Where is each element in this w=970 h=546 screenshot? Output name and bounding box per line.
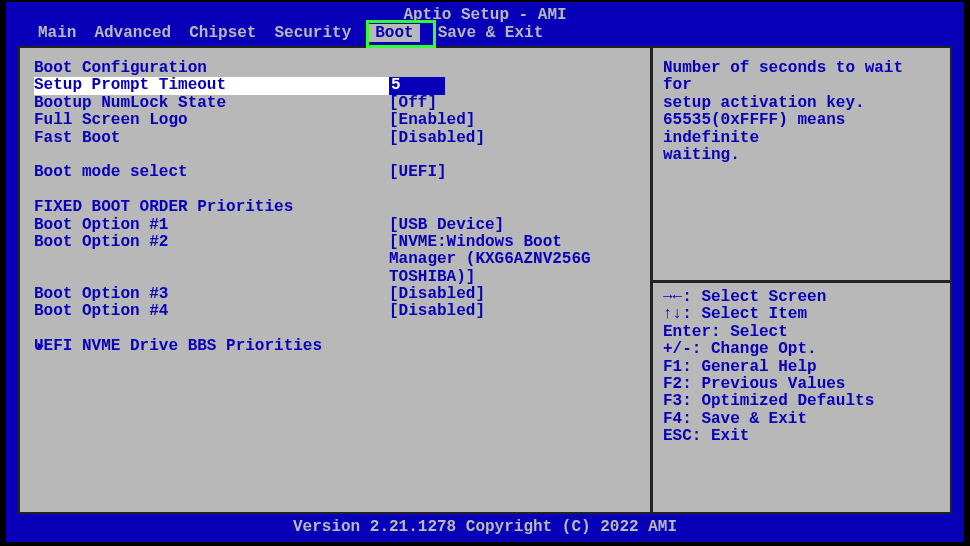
submenu-label: UEFI NVME Drive BBS Priorities [34,338,389,355]
bios-window: Aptio Setup - AMI Main Advanced Chipset … [6,2,964,542]
setting-value[interactable]: [Enabled] [389,112,636,129]
title-bar: Aptio Setup - AMI [6,2,964,22]
setting-boot-option-2[interactable]: Boot Option #2 [NVME:Windows Boot [34,234,636,251]
setting-label: Setup Prompt Timeout [34,77,389,94]
key-change-opt: +/-: Change Opt. [663,341,940,358]
setting-value[interactable]: [Disabled] [389,130,636,147]
key-enter-select: Enter: Select [663,324,940,341]
help-text: Number of seconds to wait for setup acti… [663,60,940,280]
setting-label: Boot Option #4 [34,303,389,320]
setting-value[interactable]: [NVME:Windows Boot [389,234,636,251]
submenu-arrow-icon: ▸ [36,338,46,355]
menu-bar: Main Advanced Chipset Security Boot Save… [6,22,964,46]
setting-boot-option-4[interactable]: Boot Option #4 [Disabled] [34,303,636,320]
setting-boot-mode-select[interactable]: Boot mode select [UEFI] [34,164,636,181]
setting-setup-prompt-timeout[interactable]: Setup Prompt Timeout 5 [34,77,636,94]
content-area: Boot Configuration Setup Prompt Timeout … [18,46,952,514]
key-save-exit: F4: Save & Exit [663,411,940,428]
setting-value[interactable]: [Off] [389,95,636,112]
setting-boot-option-2-cont: Manager (KXG6AZNV256G [34,251,636,268]
setting-label: Boot mode select [34,164,389,181]
setting-value[interactable]: [Disabled] [389,303,636,320]
menu-item-advanced[interactable]: Advanced [94,24,171,42]
help-pane: Number of seconds to wait for setup acti… [653,48,950,512]
settings-pane: Boot Configuration Setup Prompt Timeout … [20,48,650,512]
setting-value[interactable]: 5 [389,77,636,94]
setting-label: Fast Boot [34,130,389,147]
help-divider [653,280,950,283]
setting-full-screen-logo[interactable]: Full Screen Logo [Enabled] [34,112,636,129]
key-optimized-defaults: F3: Optimized Defaults [663,393,940,410]
key-select-screen: →←: Select Screen [663,289,940,306]
setting-boot-option-2-cont: TOSHIBA)] [34,269,636,286]
setting-label: Boot Option #1 [34,217,389,234]
key-general-help: F1: General Help [663,359,940,376]
menu-item-chipset[interactable]: Chipset [189,24,256,42]
submenu-uefi-nvme-bbs[interactable]: ▸ UEFI NVME Drive BBS Priorities [34,338,636,355]
setting-fast-boot[interactable]: Fast Boot [Disabled] [34,130,636,147]
setting-value[interactable]: [USB Device] [389,217,636,234]
setting-label: Full Screen Logo [34,112,389,129]
footer-version: Version 2.21.1278 Copyright (C) 2022 AMI [6,518,964,536]
menu-item-security[interactable]: Security [274,24,351,42]
setting-label: Boot Option #2 [34,234,389,251]
fixed-boot-order-header: FIXED BOOT ORDER Priorities [34,199,636,216]
setting-numlock-state[interactable]: Bootup NumLock State [Off] [34,95,636,112]
setting-boot-option-1[interactable]: Boot Option #1 [USB Device] [34,217,636,234]
key-legend: →←: Select Screen ↑↓: Select Item Enter:… [663,289,940,446]
key-esc-exit: ESC: Exit [663,428,940,445]
setting-value[interactable]: [Disabled] [389,286,636,303]
key-previous-values: F2: Previous Values [663,376,940,393]
setting-boot-option-3[interactable]: Boot Option #3 [Disabled] [34,286,636,303]
menu-item-boot[interactable]: Boot [369,24,419,42]
section-header: Boot Configuration [34,60,636,77]
key-select-item: ↑↓: Select Item [663,306,940,323]
setting-label: Boot Option #3 [34,286,389,303]
setting-label: Bootup NumLock State [34,95,389,112]
setting-value[interactable]: [UEFI] [389,164,636,181]
menu-item-main[interactable]: Main [38,24,76,42]
menu-item-save-exit[interactable]: Save & Exit [438,24,544,42]
bios-title: Aptio Setup - AMI [403,6,566,24]
